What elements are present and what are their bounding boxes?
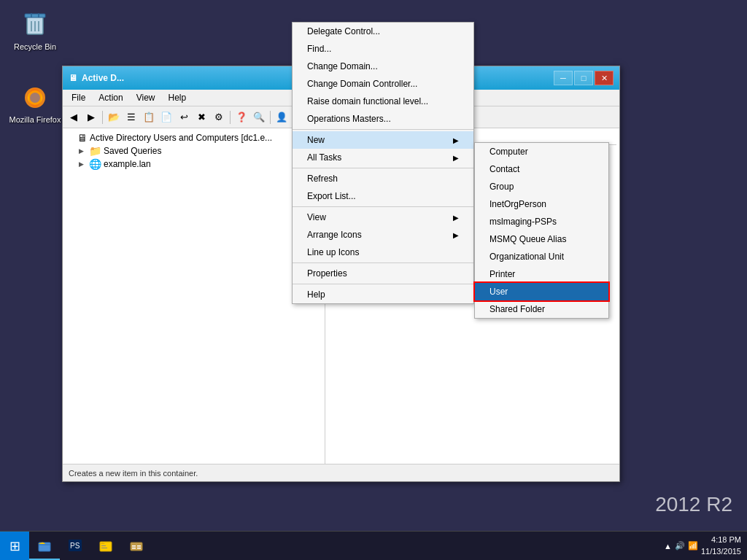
menu-help[interactable]: Help <box>163 91 193 104</box>
delete-button[interactable]: ✖ <box>193 109 209 125</box>
svg-rect-19 <box>132 548 136 549</box>
submenu-contact[interactable]: Contact <box>475 160 608 178</box>
menu-find[interactable]: Find... <box>293 40 473 58</box>
menu-help[interactable]: Help <box>293 286 473 303</box>
menu-line-up-icons[interactable]: Line up Icons <box>293 244 473 261</box>
window-title: 🖥 Active D... <box>69 73 124 83</box>
root-icon: 🖥 <box>77 132 88 144</box>
toolbar-sep-2 <box>230 111 231 124</box>
menu-view[interactable]: View <box>131 91 161 104</box>
menu-raise-domain[interactable]: Raise domain functional level... <box>293 93 473 110</box>
close-button[interactable]: ✕ <box>595 71 614 85</box>
filter-button[interactable]: 🔍 <box>251 109 267 125</box>
submenu-new: Computer Contact Group InetOrgPerson msl… <box>474 142 609 319</box>
tree-children: ▶ 📁 Saved Queries ▶ 🌐 example.lan <box>66 144 322 171</box>
back-button[interactable]: ◀ <box>66 109 82 125</box>
example-lan-icon: 🌐 <box>89 158 101 170</box>
firefox-label: Mozilla Firefox <box>9 115 61 124</box>
menu-sep-3 <box>293 206 473 207</box>
menu-change-domain[interactable]: Change Domain... <box>293 58 473 75</box>
menu-action[interactable]: Action <box>93 91 128 104</box>
recycle-bin-icon[interactable]: Recycle Bin <box>6 7 64 54</box>
date-value: 11/13/2015 <box>701 546 741 557</box>
submenu-shared-folder[interactable]: Shared Folder <box>475 300 608 318</box>
statusbar-text: Creates a new item in this container. <box>69 469 198 478</box>
tray-time: 4:18 PM 11/13/2015 <box>701 534 741 557</box>
help-button[interactable]: ❓ <box>233 109 249 125</box>
copy-button[interactable]: 📋 <box>141 109 157 125</box>
submenu-msmq[interactable]: MSMQ Queue Alias <box>475 230 608 248</box>
recycle-bin-image <box>20 10 50 39</box>
taskbar-tray: ▲ 🔊 📶 4:18 PM 11/13/2015 <box>658 534 747 557</box>
toolbar-sep-1 <box>102 111 103 124</box>
root-label: Active Directory Users and Computers [dc… <box>90 133 272 143</box>
saved-queries-icon: 📁 <box>89 145 101 157</box>
menu-delegate-control[interactable]: Delegate Control... <box>293 23 473 40</box>
menu-new[interactable]: New ▶ <box>293 131 473 149</box>
menu-file[interactable]: File <box>66 91 91 104</box>
view-arrow: ▶ <box>453 214 459 222</box>
window-controls: ─ □ ✕ <box>554 71 614 85</box>
svg-rect-17 <box>132 545 136 547</box>
tree-panel[interactable]: 🖥 Active Directory Users and Computers [… <box>63 128 325 464</box>
submenu-mslmaging[interactable]: mslmaging-PSPs <box>475 213 608 230</box>
paste-button[interactable]: 📄 <box>158 109 174 125</box>
statusbar: Creates a new item in this container. <box>63 464 619 481</box>
taskbar-powershell[interactable]: PS <box>60 532 90 560</box>
submenu-ou[interactable]: Organizational Unit <box>475 248 608 265</box>
tray-chevron[interactable]: ▲ <box>664 542 672 551</box>
new-arrow: ▶ <box>453 136 459 144</box>
submenu-inetorgperson[interactable]: InetOrgPerson <box>475 195 608 213</box>
up-button[interactable]: 📂 <box>106 109 122 125</box>
submenu-printer[interactable]: Printer <box>475 265 608 283</box>
example-lan-item[interactable]: ▶ 🌐 example.lan <box>77 158 322 171</box>
context-menu-main: Delegate Control... Find... Change Domai… <box>292 22 474 304</box>
maximize-button[interactable]: □ <box>574 71 593 85</box>
submenu-computer[interactable]: Computer <box>475 143 608 160</box>
svg-rect-15 <box>101 548 107 548</box>
menu-arrange-icons[interactable]: Arrange Icons ▶ <box>293 226 473 244</box>
props-button[interactable]: ⚙ <box>211 109 227 125</box>
menu-refresh[interactable]: Refresh <box>293 170 473 187</box>
minimize-button[interactable]: ─ <box>554 71 573 85</box>
saved-queries-item[interactable]: ▶ 📁 Saved Queries <box>77 144 322 158</box>
undo-button[interactable]: ↩ <box>176 109 192 125</box>
desktop: Recycle Bin Mozilla Firefox 🖥 Active D..… <box>0 0 747 560</box>
menu-properties[interactable]: Properties <box>293 265 473 282</box>
tree-root[interactable]: 🖥 Active Directory Users and Computers [… <box>66 131 322 144</box>
svg-rect-14 <box>101 545 106 546</box>
taskbar-explorer[interactable] <box>29 532 60 560</box>
taskbar: ⊞ PS <box>0 531 747 560</box>
arrange-icons-arrow: ▶ <box>453 231 459 239</box>
tray-network: 🔊 <box>675 541 685 551</box>
menu-operations-masters[interactable]: Operations Masters... <box>293 110 473 128</box>
menu-export-list[interactable]: Export List... <box>293 187 473 205</box>
taskbar-folder2[interactable] <box>121 532 152 560</box>
taskbar-filemanager[interactable] <box>90 532 121 560</box>
tray-volume: 📶 <box>688 541 698 551</box>
firefox-image <box>20 83 50 112</box>
menu-sep-4 <box>293 262 473 263</box>
svg-rect-18 <box>137 545 141 547</box>
server-version: 2012 R2 <box>655 493 732 516</box>
menu-sep-5 <box>293 284 473 284</box>
time-value: 4:18 PM <box>701 534 741 545</box>
svg-rect-20 <box>137 548 141 549</box>
show-button[interactable]: ☰ <box>123 109 139 125</box>
submenu-group[interactable]: Group <box>475 178 608 195</box>
menu-all-tasks[interactable]: All Tasks ▶ <box>293 149 473 166</box>
menu-sep-1 <box>293 129 473 130</box>
saved-queries-label: Saved Queries <box>104 146 161 156</box>
svg-text:PS: PS <box>70 542 80 550</box>
window-title-icon: 🖥 <box>69 73 77 83</box>
forward-button[interactable]: ▶ <box>83 109 99 125</box>
recycle-bin-label: Recycle Bin <box>14 42 56 51</box>
all-tasks-arrow: ▶ <box>453 154 459 162</box>
menu-change-domain-controller[interactable]: Change Domain Controller... <box>293 75 473 93</box>
user-button[interactable]: 👤 <box>274 109 290 125</box>
menu-view[interactable]: View ▶ <box>293 209 473 226</box>
start-button[interactable]: ⊞ <box>0 532 29 561</box>
firefox-icon[interactable]: Mozilla Firefox <box>6 80 64 127</box>
submenu-user[interactable]: User <box>475 283 608 300</box>
svg-rect-1 <box>25 14 45 18</box>
